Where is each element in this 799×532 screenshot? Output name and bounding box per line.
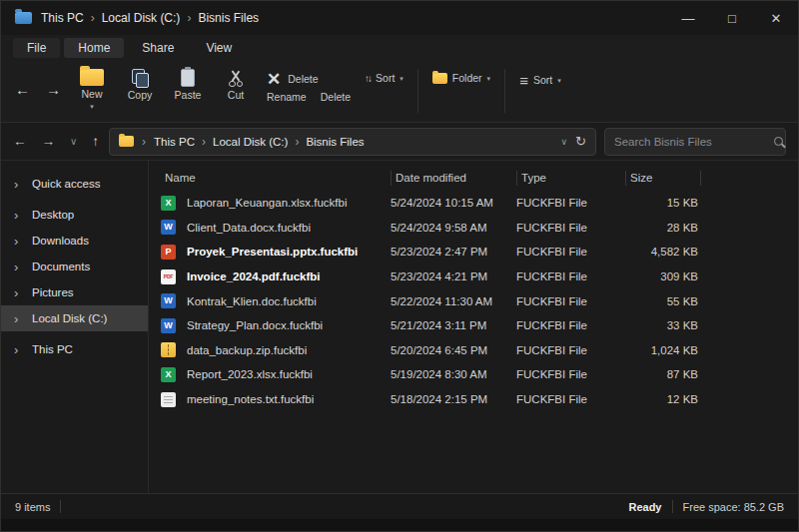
file-date: 5/23/2024 4:21 PM <box>391 270 516 282</box>
breadcrumb-item-local-disk-c[interactable]: Local Disk (C:) <box>102 11 181 25</box>
column-header-size[interactable]: Size <box>625 171 700 186</box>
folder-button[interactable]: Folder ▾ <box>432 67 490 84</box>
file-row[interactable]: WStrategy_Plan.docx.fuckfbi5/21/2024 3:1… <box>149 313 798 338</box>
file-row[interactable]: PProyek_Presentasi.pptx.fuckfbi5/23/2024… <box>149 240 798 265</box>
address-bar[interactable]: › This PC›Local Disk (C:)›Bisnis Files ∨… <box>109 128 596 156</box>
sort-lines-icon: ≡ <box>519 73 528 88</box>
file-size: 309 KB <box>625 270 700 282</box>
file-date: 5/24/2024 9:58 AM <box>391 222 516 234</box>
breadcrumb-item-this-pc[interactable]: This PC <box>41 11 84 25</box>
search-icon[interactable] <box>774 137 783 146</box>
breadcrumb-item-local-disk-c[interactable]: Local Disk (C:) <box>213 136 288 148</box>
chevron-right-icon: › <box>14 234 22 249</box>
breadcrumb-separator-icon: › <box>202 135 206 149</box>
delete-button[interactable]: ✕ Delete <box>267 71 319 88</box>
file-size: 15 KB <box>625 197 700 209</box>
file-rows: XLaporan_Keuangan.xlsx.fuckfbi5/24/2024 … <box>149 191 798 493</box>
file-name: meeting_notes.txt.fuckfbi <box>187 393 391 405</box>
sidebar-item-label: Quick access <box>32 178 100 190</box>
sidebar-item-documents[interactable]: ›Documents <box>1 254 148 279</box>
main-area: ›Quick access›Desktop›Downloads›Document… <box>1 161 798 493</box>
file-name: Strategy_Plan.docx.fuckfbi <box>187 319 391 331</box>
file-size: 55 KB <box>625 295 700 307</box>
paste-label: Paste <box>175 90 202 101</box>
menu-item-view[interactable]: View <box>192 38 246 58</box>
file-list-pane: NameDate modifiedTypeSize XLaporan_Keuan… <box>149 161 798 493</box>
nav-up-icon[interactable]: ↑ <box>92 134 99 149</box>
rename-button[interactable]: Rename <box>267 92 307 103</box>
navigation-sidebar: ›Quick access›Desktop›Downloads›Document… <box>1 161 149 493</box>
file-date: 5/18/2024 2:15 PM <box>391 393 516 405</box>
cut-button[interactable]: Cut <box>219 67 253 101</box>
sort-button-b[interactable]: ≡ Sort ▾ <box>519 67 561 88</box>
menu-bar: FileHomeShareView <box>1 35 798 61</box>
sort-button-a[interactable]: ↑↓ Sort ▾ <box>365 67 403 84</box>
file-row[interactable]: WClient_Data.docx.fuckfbi5/24/2024 9:58 … <box>149 216 798 241</box>
file-name: Invoice_2024.pdf.fuckfbi <box>187 270 391 282</box>
nav-forward-icon[interactable]: → <box>42 134 56 149</box>
chevron-right-icon: › <box>14 208 22 223</box>
status-ready: Ready <box>628 501 661 513</box>
file-row[interactable]: XLaporan_Keuangan.xlsx.fuckfbi5/24/2024 … <box>149 191 798 216</box>
sidebar-item-downloads[interactable]: ›Downloads <box>1 228 148 254</box>
excel-file-icon: X <box>161 367 176 382</box>
cut-icon <box>228 69 244 87</box>
column-header-date-modified[interactable]: Date modified <box>391 171 516 186</box>
word-file-icon: W <box>161 293 176 308</box>
zip-file-icon <box>161 342 176 357</box>
file-type: FUCKFBI File <box>516 197 625 209</box>
sidebar-item-pictures[interactable]: ›Pictures <box>1 279 148 305</box>
file-size: 28 KB <box>625 222 700 234</box>
nav-history-icon[interactable]: ∨ <box>70 136 77 147</box>
paste-button[interactable]: Paste <box>171 67 205 101</box>
breadcrumb-item-this-pc[interactable]: This PC <box>154 136 195 148</box>
refresh-icon[interactable]: ↻ <box>575 134 586 149</box>
close-button[interactable]: ✕ <box>754 1 798 35</box>
nav-back-icon[interactable]: ← <box>13 134 27 149</box>
search-box <box>604 128 786 156</box>
ribbon-separator <box>417 69 418 113</box>
ribbon-nav: ← → <box>15 67 61 111</box>
sidebar-item-label: This PC <box>32 343 73 355</box>
rename-delete-labels: Rename Delete <box>267 92 351 103</box>
menu-item-share[interactable]: Share <box>128 38 188 58</box>
column-header-type[interactable]: Type <box>516 171 625 186</box>
new-button[interactable]: New ▾ <box>75 67 109 110</box>
menu-item-home[interactable]: Home <box>64 38 124 58</box>
forward-icon[interactable]: → <box>46 81 61 98</box>
address-toolbar: ← → ∨ ↑ › This PC›Local Disk (C:)›Bisnis… <box>1 123 798 161</box>
file-row[interactable]: data_backup.zip.fuckfbi5/20/2024 6:45 PM… <box>149 338 798 363</box>
delete-group-label: Delete <box>288 74 318 85</box>
file-size: 1,024 KB <box>625 344 700 356</box>
search-input[interactable] <box>614 136 768 148</box>
minimize-button[interactable]: — <box>666 1 710 35</box>
file-row[interactable]: PDFInvoice_2024.pdf.fuckfbi5/23/2024 4:2… <box>149 265 798 289</box>
column-header-name[interactable]: Name <box>161 171 391 186</box>
sort-a-caret-icon: ▾ <box>400 75 403 82</box>
breadcrumb-separator-icon: › <box>295 135 299 149</box>
sidebar-item-local-disk-c[interactable]: ›Local Disk (C:) <box>1 305 148 331</box>
file-type: FUCKFBI File <box>516 344 625 356</box>
file-row[interactable]: meeting_notes.txt.fuckfbi5/18/2024 2:15 … <box>149 387 798 412</box>
sidebar-item-quick-access[interactable]: ›Quick access <box>1 171 148 197</box>
breadcrumb-item-bisnis-files[interactable]: Bisnis Files <box>306 136 364 148</box>
free-space: Free space: 85.2 GB <box>683 501 785 513</box>
copy-label: Copy <box>128 90 153 101</box>
maximize-button[interactable]: □ <box>710 1 754 35</box>
sidebar-item-this-pc[interactable]: ›This PC <box>1 336 148 362</box>
back-icon[interactable]: ← <box>15 81 30 98</box>
folder-caret-icon: ▾ <box>487 75 491 82</box>
sidebar-item-label: Documents <box>32 261 90 272</box>
menu-item-file[interactable]: File <box>13 38 60 58</box>
delete-x-icon: ✕ <box>267 71 281 88</box>
address-dropdown-icon[interactable]: ∨ <box>561 137 568 147</box>
delete-button-small[interactable]: Delete <box>321 92 351 103</box>
file-row[interactable]: WKontrak_Klien.doc.fuckfbi5/22/2024 11:3… <box>149 288 798 313</box>
breadcrumb-item-bisnis-files[interactable]: Bisnis Files <box>198 11 259 25</box>
copy-button[interactable]: Copy <box>123 67 157 101</box>
sidebar-item-desktop[interactable]: ›Desktop <box>1 202 148 228</box>
status-divider-2 <box>672 500 673 513</box>
file-row[interactable]: XReport_2023.xlsx.fuckfbi5/19/2024 8:30 … <box>149 362 798 387</box>
ribbon-toolbar: ← → New ▾ Copy Paste Cut ✕ Delete Rename <box>1 61 798 123</box>
word-file-icon: W <box>161 318 176 333</box>
